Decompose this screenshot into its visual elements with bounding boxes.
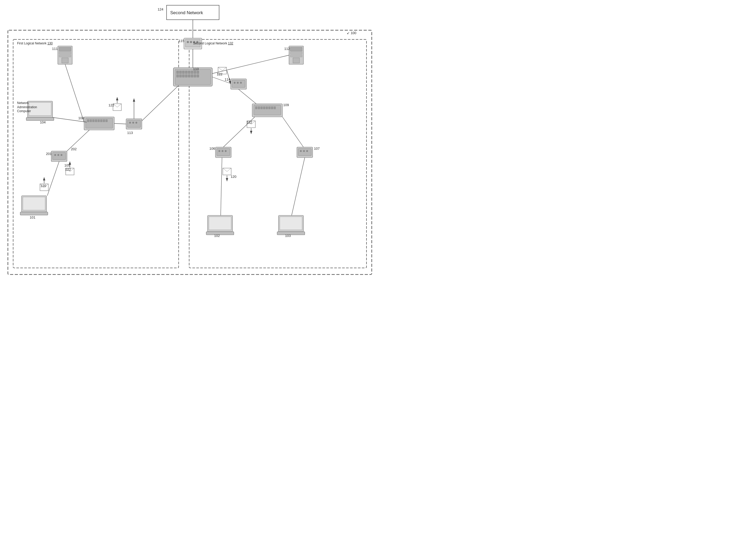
- svg-rect-24: [177, 75, 179, 77]
- svg-point-86: [61, 154, 62, 156]
- svg-rect-77: [297, 147, 313, 158]
- svg-rect-42: [84, 117, 114, 130]
- svg-rect-99: [113, 104, 121, 111]
- svg-rect-83: [53, 152, 66, 160]
- svg-rect-46: [93, 120, 94, 122]
- svg-rect-96: [278, 215, 303, 232]
- svg-rect-37: [289, 46, 303, 64]
- svg-point-81: [306, 150, 308, 152]
- svg-point-55: [133, 122, 134, 124]
- ref-112-label: 112: [284, 47, 290, 51]
- ref-120-1-label: 120: [231, 175, 236, 179]
- ref-114-label: 114: [225, 78, 231, 81]
- svg-rect-19: [185, 71, 187, 74]
- svg-rect-17: [179, 71, 181, 74]
- svg-rect-45: [90, 120, 92, 122]
- ref-110-label: 110: [193, 67, 199, 71]
- svg-rect-2: [8, 30, 372, 275]
- svg-rect-90: [22, 196, 46, 212]
- svg-rect-97: [280, 217, 302, 230]
- first-logical-network-label: First Logical Network 130: [17, 41, 53, 46]
- svg-rect-16: [177, 71, 179, 74]
- svg-rect-39: [290, 52, 302, 54]
- svg-rect-32: [58, 46, 72, 64]
- svg-rect-25: [179, 75, 181, 77]
- svg-point-75: [222, 150, 223, 152]
- ref-107-label: 107: [314, 146, 320, 151]
- ref-104-label: 104: [40, 120, 46, 124]
- ref-100-label: ↙ 100: [347, 31, 356, 35]
- svg-rect-67: [263, 107, 265, 109]
- svg-rect-23: [197, 71, 199, 74]
- svg-rect-14: [173, 68, 212, 86]
- svg-rect-50: [103, 120, 105, 122]
- svg-line-128: [239, 89, 256, 104]
- svg-point-61: [240, 82, 242, 84]
- ref-108-label: 108: [78, 116, 84, 120]
- svg-rect-91: [23, 197, 45, 210]
- svg-line-120: [223, 168, 227, 172]
- ref-122-1-label: 122: [217, 72, 222, 76]
- svg-rect-52: [126, 119, 142, 129]
- svg-rect-53: [127, 120, 141, 127]
- ref-122-2-label: 122: [108, 103, 114, 107]
- svg-rect-71: [274, 107, 276, 109]
- svg-rect-72: [215, 147, 231, 158]
- svg-point-76: [225, 150, 227, 152]
- svg-rect-35: [59, 55, 71, 57]
- second-network-label: Second Network: [170, 10, 203, 16]
- svg-rect-66: [261, 107, 262, 109]
- svg-line-131: [282, 117, 303, 147]
- svg-line-133: [292, 158, 305, 215]
- svg-rect-92: [20, 212, 48, 215]
- ref-202-label: 202: [71, 147, 77, 151]
- svg-line-135: [47, 162, 59, 196]
- svg-rect-65: [258, 107, 260, 109]
- svg-point-60: [237, 82, 239, 84]
- svg-point-85: [58, 154, 59, 156]
- svg-line-112: [218, 67, 222, 71]
- svg-rect-62: [252, 104, 282, 117]
- svg-rect-43: [86, 118, 113, 128]
- ref-201-label: 201: [46, 152, 52, 156]
- ref-111-label: 111: [52, 47, 58, 51]
- ref-106-label: 106: [210, 146, 215, 151]
- svg-rect-18: [182, 71, 184, 74]
- svg-point-9: [187, 41, 189, 43]
- svg-line-101: [117, 104, 121, 107]
- ref-115-label: 115: [179, 39, 184, 43]
- ref-113-label: 113: [127, 131, 133, 135]
- svg-rect-41: [293, 58, 299, 63]
- ref-124-label: 124: [158, 7, 163, 11]
- svg-rect-98: [277, 232, 305, 235]
- svg-point-74: [219, 150, 220, 152]
- svg-point-84: [54, 154, 56, 156]
- svg-rect-49: [100, 120, 102, 122]
- second-logical-network-label: Second Logical Network 132: [193, 41, 233, 46]
- svg-rect-20: [188, 71, 190, 74]
- ref-122-4-label: 122: [65, 167, 71, 172]
- svg-point-56: [136, 122, 137, 124]
- connections-svg: [0, 0, 377, 280]
- svg-point-10: [190, 41, 192, 43]
- svg-rect-57: [231, 79, 246, 89]
- svg-line-113: [222, 67, 226, 71]
- ref-120-2-label: 120: [40, 184, 46, 188]
- svg-line-123: [65, 64, 84, 122]
- svg-rect-48: [98, 120, 100, 122]
- svg-rect-70: [271, 107, 273, 109]
- ref-122-3-label: 122: [246, 120, 252, 124]
- svg-rect-95: [206, 232, 234, 235]
- svg-rect-78: [298, 148, 311, 156]
- svg-rect-28: [188, 75, 190, 77]
- ref-103-label: 103: [285, 234, 291, 238]
- ref-109-label: 109: [283, 103, 289, 107]
- svg-rect-82: [51, 151, 67, 162]
- svg-rect-34: [59, 52, 71, 54]
- admin-computer-label: NetworkAdministrationComputer: [17, 101, 42, 114]
- svg-rect-44: [87, 120, 89, 122]
- svg-rect-21: [191, 71, 193, 74]
- svg-line-132: [221, 158, 222, 215]
- svg-line-134: [67, 130, 89, 151]
- ref-101-label: 101: [30, 215, 36, 219]
